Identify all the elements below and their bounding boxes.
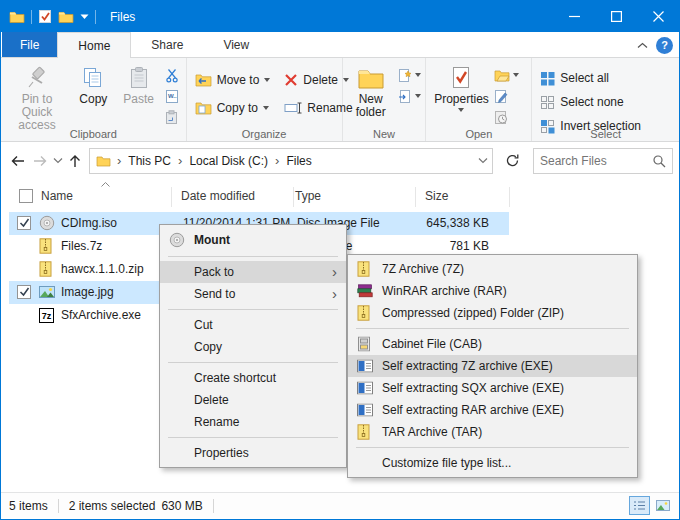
paste-shortcut-button[interactable]	[163, 108, 182, 126]
submenu-item-tar[interactable]: TAR Archive (TAR)	[348, 421, 637, 443]
submenu-item-7z[interactable]: 7Z Archive (7Z)	[348, 258, 637, 280]
qat-properties-icon[interactable]	[38, 9, 52, 24]
thumbnail-view-button[interactable]	[652, 496, 673, 515]
breadcrumb-this-pc[interactable]: This PC	[121, 154, 178, 168]
open-button[interactable]	[492, 66, 521, 84]
pack-to-label: Pack to	[194, 265, 234, 279]
menu-item-cut[interactable]: Cut	[160, 314, 346, 336]
qat-new-folder-icon[interactable]	[58, 10, 74, 23]
menu-item-mount[interactable]: Mount	[160, 228, 346, 252]
minimize-button[interactable]	[553, 1, 595, 32]
menu-separator	[168, 256, 338, 257]
copy-button[interactable]: Copy	[72, 62, 114, 106]
row-checkbox-checked-2[interactable]	[17, 285, 31, 299]
menu-separator-2	[168, 309, 338, 310]
submenu-item-zip[interactable]: Compressed (zipped) Folder (ZIP)	[348, 302, 637, 324]
easy-access-button[interactable]	[396, 87, 423, 105]
submenu-item-rar[interactable]: WinRAR archive (RAR)	[348, 280, 637, 302]
delete-icon	[284, 73, 298, 87]
ribbon-group-organize: Move to Delete Copy to Rename Organize	[187, 58, 343, 141]
breadcrumb-folder[interactable]: Files	[279, 154, 318, 168]
help-glyph: ?	[661, 39, 668, 51]
properties-label: Properties	[194, 446, 249, 460]
submenu-item-sfx-7z[interactable]: Self extracting 7Z archive (EXE)	[348, 355, 637, 377]
column-divider-4[interactable]	[509, 187, 510, 207]
back-button[interactable]	[9, 153, 27, 169]
tab-file[interactable]: File	[2, 32, 57, 57]
breadcrumb-drive[interactable]: Local Disk (C:)	[182, 154, 275, 168]
ribbon-group-new: New folder New	[343, 58, 427, 141]
menu-item-create-shortcut[interactable]: Create shortcut	[160, 367, 346, 389]
row-checkbox-checked[interactable]	[17, 216, 31, 230]
menu-item-delete[interactable]: Delete	[160, 389, 346, 411]
tab-share[interactable]: Share	[131, 32, 203, 57]
properties-button[interactable]: Properties	[434, 62, 488, 112]
mount-label: Mount	[194, 233, 230, 247]
qat-customize-chevron-icon[interactable]	[80, 14, 89, 20]
menu-item-pack-to[interactable]: Pack to ›	[160, 261, 346, 283]
submenu-item-sfx-sqx[interactable]: Self extracting SQX archive (EXE)	[348, 377, 637, 399]
menu-item-copy[interactable]: Copy	[160, 336, 346, 358]
ribbon-group-select: Select all Select none Invert selection …	[532, 58, 679, 141]
paste-button[interactable]: Paste	[118, 62, 160, 106]
menu-item-rename[interactable]: Rename	[160, 411, 346, 433]
properties-label: Properties	[434, 93, 489, 106]
cut-button[interactable]	[163, 66, 182, 84]
zip-archive-icon	[39, 261, 52, 277]
qat-separator-2	[95, 10, 96, 24]
select-none-button[interactable]: Select none	[540, 92, 679, 112]
tab-home[interactable]: Home	[57, 32, 131, 58]
edit-button[interactable]	[492, 87, 521, 105]
forward-button[interactable]	[31, 153, 49, 169]
submenu-cab-label: Cabinet File (CAB)	[382, 337, 482, 351]
copy-to-button[interactable]: Copy to	[195, 98, 271, 118]
copy-label: Copy	[194, 340, 222, 354]
collapse-ribbon-icon[interactable]	[637, 42, 648, 49]
column-divider[interactable]	[171, 187, 172, 207]
search-icon[interactable]	[652, 154, 666, 168]
column-header-date[interactable]: Date modified	[181, 189, 255, 203]
zip-archive-icon-3	[357, 305, 370, 321]
maximize-button[interactable]	[595, 1, 637, 32]
new-folder-button[interactable]: New folder	[349, 62, 393, 119]
search-box[interactable]	[533, 148, 673, 174]
header-checkbox[interactable]	[19, 189, 33, 203]
move-to-label: Move to	[217, 73, 260, 87]
address-bar[interactable]: › This PC › Local Disk (C:) › Files	[89, 148, 493, 174]
submenu-item-customize[interactable]: Customize file type list...	[348, 452, 637, 474]
navigation-bar: › This PC › Local Disk (C:) › Files	[1, 142, 679, 179]
address-history-chevron-icon[interactable]	[478, 157, 488, 164]
menu-item-properties[interactable]: Properties	[160, 442, 346, 464]
new-item-button[interactable]	[396, 66, 423, 84]
column-header-type[interactable]: Type	[295, 189, 321, 203]
details-view-button[interactable]	[629, 496, 650, 515]
search-input[interactable]	[540, 154, 652, 168]
properties-dropdown-icon	[458, 108, 464, 112]
submenu-customize-label: Customize file type list...	[382, 456, 511, 470]
submenu-arrow-icon-2: ›	[332, 283, 337, 305]
pin-to-quick-access-button[interactable]: Pin to Quick access	[5, 62, 69, 132]
winrar-books-icon	[357, 284, 373, 298]
paste-icon	[127, 65, 151, 91]
paste-label: Paste	[123, 93, 154, 106]
column-divider-2[interactable]	[293, 187, 294, 207]
submenu-item-sfx-rar[interactable]: Self extracting RAR archive (EXE)	[348, 399, 637, 421]
submenu-item-cab[interactable]: Cabinet File (CAB)	[348, 333, 637, 355]
column-divider-3[interactable]	[415, 187, 416, 207]
copy-path-button[interactable]: W..	[163, 87, 182, 105]
move-to-button[interactable]: Move to	[195, 70, 271, 90]
column-header-name[interactable]: Name	[41, 189, 73, 203]
refresh-button[interactable]	[499, 148, 525, 174]
history-button[interactable]	[492, 108, 521, 126]
column-header-size[interactable]: Size	[425, 189, 448, 203]
address-dropdown	[478, 157, 488, 164]
quick-access-toolbar	[1, 9, 96, 24]
close-button[interactable]	[637, 1, 679, 32]
tab-view[interactable]: View	[203, 32, 269, 57]
recent-locations-chevron-icon[interactable]	[53, 157, 63, 164]
tab-share-label: Share	[151, 38, 183, 52]
up-button[interactable]	[67, 153, 83, 169]
menu-item-send-to[interactable]: Send to ›	[160, 283, 346, 305]
select-all-button[interactable]: Select all	[540, 68, 679, 88]
help-icon[interactable]: ?	[656, 37, 673, 54]
